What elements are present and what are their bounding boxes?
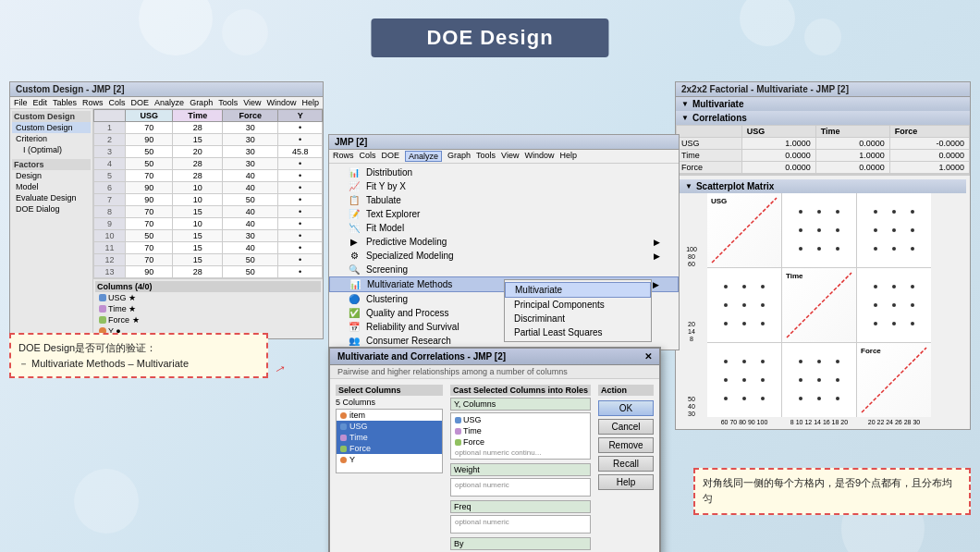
menu2-cols[interactable]: Cols — [360, 151, 376, 162]
menu2-window[interactable]: Window — [524, 151, 554, 162]
table-row: 7901050• — [94, 194, 323, 206]
select-item-usg[interactable]: USG — [337, 421, 442, 432]
select-item-time[interactable]: Time — [337, 432, 442, 443]
dialog-close-button[interactable]: ✕ — [644, 351, 652, 362]
submenu-principal[interactable]: Principal Components — [505, 298, 651, 312]
sidebar-item-model[interactable]: Model — [12, 181, 91, 192]
ok-button[interactable]: OK — [598, 400, 654, 416]
col-item-usg[interactable]: USG ★ — [95, 292, 321, 303]
remove-button[interactable]: Remove — [598, 437, 654, 453]
corr-col-usg: USG — [741, 126, 815, 138]
scatter-collapse-icon[interactable]: ▼ — [685, 182, 692, 190]
text-explorer-icon: 📝 — [348, 209, 361, 219]
menu-doe[interactable]: DOE — [131, 98, 150, 107]
menu-tables[interactable]: Tables — [53, 98, 77, 107]
submenu-multivariate[interactable]: Multivariate — [505, 282, 651, 298]
menu-text-explorer[interactable]: 📝 Text Explorer — [329, 207, 679, 221]
svg-point-5 — [836, 210, 839, 214]
analyze-menu-bar[interactable]: Rows Cols DOE Analyze Graph Tools View W… — [329, 150, 679, 164]
menu-view[interactable]: View — [243, 98, 261, 107]
table-row: 10501530• — [94, 230, 323, 242]
custom-design-menu-bar[interactable]: File Edit Tables Rows Cols DOE Analyze G… — [10, 97, 323, 109]
sidebar-item-criterion[interactable]: Criterion — [12, 133, 91, 144]
submenu-discriminant[interactable]: Discriminant — [505, 312, 651, 325]
cast-weight-items[interactable]: optional numeric — [450, 478, 591, 497]
scatter-svg-13 — [857, 193, 931, 267]
sidebar-item-evaluate[interactable]: Evaluate Design — [12, 192, 91, 203]
cast-role-freq-label: Freq — [450, 500, 591, 513]
menu-fit-y-by-x[interactable]: 📈 Fit Y by X — [329, 179, 679, 193]
menu-tools[interactable]: Tools — [218, 98, 238, 107]
sidebar-section-factors: Factors Design Model Evaluate Design DOE… — [12, 159, 91, 215]
correlations-title: Correlations — [692, 113, 747, 123]
menu-screening[interactable]: 🔍 Screening — [329, 263, 679, 276]
svg-line-56 — [862, 348, 926, 412]
menu2-tools[interactable]: Tools — [476, 151, 496, 162]
svg-point-4 — [799, 247, 802, 251]
cast-roles-area: Cast Selected Columns into Roles Y, Colu… — [450, 385, 591, 552]
sidebar-item-doe-dialog[interactable]: DOE Dialog — [12, 203, 91, 215]
table-row: 9701040• — [94, 218, 323, 230]
svg-point-43 — [761, 397, 765, 400]
menu2-rows[interactable]: Rows — [333, 151, 354, 162]
recall-button[interactable]: Recall — [598, 456, 654, 472]
mv-collapse-icon[interactable]: ▼ — [681, 100, 689, 108]
col-header-usg: USG — [126, 110, 173, 122]
screening-icon: 🔍 — [348, 264, 361, 275]
menu-specialized-modeling-label: Specialized Modeling — [366, 251, 454, 261]
menu-file[interactable]: File — [14, 98, 28, 107]
svg-point-33 — [911, 285, 914, 288]
help-button[interactable]: Help — [598, 474, 654, 490]
menu2-help[interactable]: Help — [559, 151, 577, 162]
sidebar-item-design[interactable]: Design — [12, 170, 91, 181]
cancel-button[interactable]: Cancel — [598, 419, 654, 435]
annotation-scatterplot-verify: 对角线同一侧的每个方格内，是否9个点都有，且分布均匀 — [693, 468, 971, 515]
svg-point-24 — [761, 322, 765, 325]
menu2-view[interactable]: View — [501, 151, 519, 162]
menu-edit[interactable]: Edit — [33, 98, 48, 107]
col-item-force[interactable]: Force ★ — [95, 314, 321, 325]
cast-freq-items[interactable]: optional numeric — [450, 515, 591, 534]
menu2-doe[interactable]: DOE — [382, 151, 400, 162]
svg-point-19 — [742, 285, 746, 288]
cast-y-items[interactable]: USG Time Force optional numeric continu.… — [450, 412, 591, 460]
menu-rows[interactable]: Rows — [82, 98, 104, 107]
scatter-label-time: Time — [786, 272, 803, 280]
svg-point-38 — [742, 360, 746, 363]
scatter-cell-23 — [857, 268, 931, 342]
correlations-collapse-icon[interactable]: ▼ — [681, 114, 689, 122]
submenu-partial-least[interactable]: Partial Least Squares — [505, 325, 651, 339]
svg-point-34 — [911, 322, 914, 325]
menu-predictive-modeling[interactable]: ▶ Predictive Modeling ▶ — [329, 235, 679, 249]
svg-point-52 — [836, 397, 839, 400]
sidebar-item-custom-design[interactable]: Custom Design — [12, 122, 91, 133]
menu-cols[interactable]: Cols — [109, 98, 126, 107]
select-item-y[interactable]: Y — [337, 454, 442, 465]
menu-analyze[interactable]: Analyze — [154, 98, 184, 107]
table-row: 8701540• — [94, 206, 323, 218]
menu-help[interactable]: Help — [302, 98, 320, 107]
menu-graph[interactable]: Graph — [190, 98, 213, 107]
svg-point-2 — [817, 247, 821, 251]
mv-section-title: ▼ Multivariate — [676, 97, 970, 111]
cast-force-icon — [455, 439, 461, 446]
svg-point-1 — [817, 210, 821, 214]
menu2-graph[interactable]: Graph — [447, 151, 471, 162]
multivariate-icon: 📊 — [349, 279, 361, 289]
cast-weight-placeholder: optional numeric — [452, 480, 589, 490]
menu-specialized-modeling[interactable]: ⚙ Specialized Modeling ▶ — [329, 249, 679, 263]
svg-point-40 — [724, 360, 728, 363]
menu-distribution[interactable]: 📊 Distribution — [329, 166, 679, 179]
menu-window[interactable]: Window — [267, 98, 297, 107]
select-item-item[interactable]: item — [337, 410, 442, 421]
sidebar-item-optimal[interactable]: I (Optimal) — [12, 144, 91, 155]
usg-icon — [340, 423, 347, 430]
col-item-time[interactable]: Time ★ — [95, 303, 321, 314]
menu-fit-model[interactable]: 📉 Fit Model — [329, 221, 679, 235]
menu2-analyze[interactable]: Analyze — [405, 151, 442, 162]
menu-tabulate[interactable]: 📋 Tabulate — [329, 193, 679, 207]
svg-point-9 — [836, 228, 839, 232]
select-item-force[interactable]: Force — [337, 443, 442, 454]
svg-point-22 — [724, 322, 728, 325]
select-columns-list[interactable]: item USG Time Force Y — [336, 409, 443, 473]
